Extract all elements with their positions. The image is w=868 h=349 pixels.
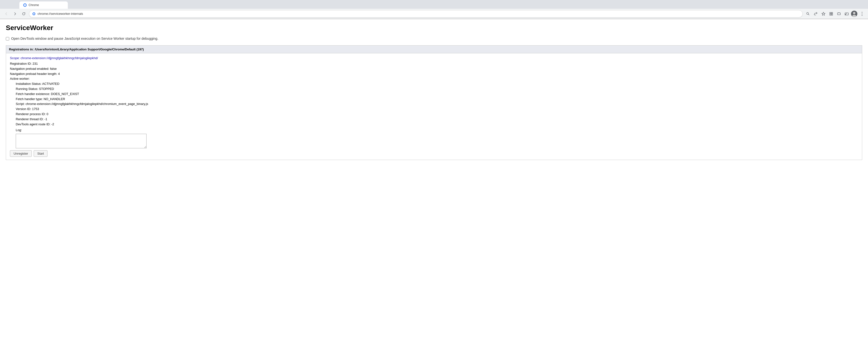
tabstrip-icon-button[interactable] [836, 10, 842, 17]
svg-rect-10 [837, 13, 840, 15]
fetch-handler-existence-line: Fetch handler existence: DOES_NOT_EXIST [10, 92, 858, 97]
scope-link[interactable]: Scope: chrome-extension://djjmngfglakhkh… [10, 56, 858, 60]
back-button[interactable] [3, 10, 10, 17]
svg-rect-9 [831, 14, 833, 15]
cast-icon-button[interactable] [843, 10, 850, 17]
unregister-button[interactable]: Unregister [10, 150, 32, 157]
tab-favicon-icon [23, 3, 27, 7]
active-worker-label: Active worker: [10, 76, 858, 82]
renderer-process-id-line: Renderer process ID: 0 [10, 112, 858, 117]
address-favicon-icon [32, 12, 36, 16]
version-id-line: Version ID: 1753 [10, 107, 858, 112]
extensions-icon-button[interactable] [828, 10, 835, 17]
toolbar-icons: ⋮ [805, 10, 865, 17]
svg-point-0 [24, 4, 26, 6]
installation-status-line: Installation Status: ACTIVATED [10, 82, 858, 87]
nav-preload-header-length-line: Navigation preload header length: 4 [10, 71, 858, 77]
user-avatar[interactable] [851, 11, 857, 17]
registrations-section: Registrations in: /Users/forinton/Librar… [6, 45, 862, 160]
script-line: Script: chrome-extension://djjmngfglakhk… [10, 101, 858, 107]
tab-bar: Chrome [0, 0, 868, 9]
svg-point-2 [33, 13, 35, 14]
registration-entry: Scope: chrome-extension://djjmngfglakhkh… [6, 53, 862, 160]
log-section: Log: [10, 128, 858, 148]
share-icon-button[interactable] [812, 10, 819, 17]
fetch-handler-type-line: Fetch handler type: NO_HANDLER [10, 97, 858, 102]
registration-id-line: Registration ID: 231 [10, 61, 858, 66]
forward-button[interactable] [11, 10, 19, 17]
search-icon-button[interactable] [805, 10, 811, 17]
svg-point-15 [853, 12, 856, 14]
page-content: ServiceWorker Open DevTools window and p… [0, 19, 868, 169]
star-icon-button[interactable] [820, 10, 827, 17]
address-bar-row: chrome://serviceworker-internals [0, 9, 868, 19]
svg-line-4 [808, 14, 809, 15]
tab-title: Chrome [29, 3, 39, 7]
renderer-thread-id-line: Renderer thread ID: -1 [10, 117, 858, 122]
start-button[interactable]: Start [34, 150, 48, 157]
svg-marker-5 [822, 12, 825, 16]
devtools-checkbox[interactable] [6, 37, 9, 40]
button-row: Unregister Start [10, 150, 858, 157]
reload-button[interactable] [20, 10, 27, 17]
menu-button[interactable]: ⋮ [858, 10, 865, 17]
active-tab[interactable]: Chrome [20, 1, 68, 9]
address-field[interactable]: chrome://serviceworker-internals [29, 10, 803, 18]
registrations-header: Registrations in: /Users/forinton/Librar… [6, 46, 862, 53]
log-label: Log: [10, 128, 858, 133]
log-textarea[interactable] [16, 134, 147, 148]
nav-preload-enabled-line: Navigation preload enabled: false [10, 66, 858, 71]
devtools-checkbox-row: Open DevTools window and pause JavaScrip… [6, 37, 862, 40]
devtools-checkbox-label: Open DevTools window and pause JavaScrip… [11, 37, 158, 40]
page-title: ServiceWorker [6, 24, 862, 32]
svg-rect-6 [830, 12, 831, 13]
devtools-agent-route-id-line: DevTools agent route ID: -2 [10, 122, 858, 127]
running-status-line: Running Status: STOPPED [10, 87, 858, 92]
svg-rect-7 [831, 12, 833, 13]
browser-chrome: Chrome chrome://serviceworker-internals [0, 0, 868, 19]
svg-rect-8 [830, 14, 831, 15]
address-text: chrome://serviceworker-internals [37, 12, 83, 16]
